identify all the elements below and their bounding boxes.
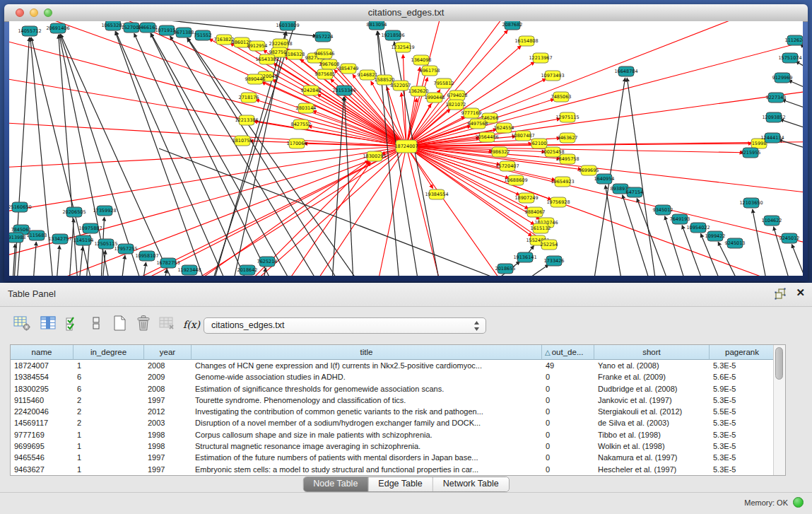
table-row[interactable]: 977716911998Corpus callosum shape and si… xyxy=(11,429,775,440)
table-cell: 9463627 xyxy=(11,464,73,475)
graph-node-label: 15720407 xyxy=(495,163,519,169)
column-header-out_de[interactable]: △out_de... xyxy=(542,345,594,360)
tab-network-table[interactable]: Network Table xyxy=(433,477,509,491)
graph-node-label: 1104622 xyxy=(762,218,782,223)
graph-node-label: 16543382 xyxy=(255,57,278,62)
table-row[interactable]: 969969511998Structural magnetic resonanc… xyxy=(11,440,775,452)
table-cell: Disruption of a novel member of a sodium… xyxy=(192,417,542,428)
column-header-name[interactable]: name xyxy=(11,345,73,360)
graph-node-label: 16648784 xyxy=(614,69,637,74)
graph-node-label: 9463627 xyxy=(558,135,578,141)
table-cell: 2008 xyxy=(144,360,192,371)
graph-node-label: 9129969 xyxy=(772,75,793,81)
column-header-title[interactable]: title xyxy=(192,345,542,360)
select-all-check-icon[interactable] xyxy=(62,314,83,337)
table-row[interactable]: 946362711997Embryonic stem cells: a mode… xyxy=(11,464,775,475)
table-cell: 18724007 xyxy=(11,360,73,371)
graph-node-label: 14055712 xyxy=(18,28,41,34)
column-header-label: name xyxy=(32,348,52,356)
tab-node-table[interactable]: Node Table xyxy=(303,477,368,491)
graph-node-label: 7857224 xyxy=(313,34,334,40)
graph-node-label: 25160650 xyxy=(9,204,32,210)
graph-node-label: 10958107 xyxy=(135,253,158,259)
table-cell: Nakamura et al. (1997) xyxy=(594,452,710,463)
column-header-label: in_degree xyxy=(90,348,126,356)
network-canvas[interactable]: 1405571220691406106532871527002946616110… xyxy=(9,21,803,276)
table-settings-icon[interactable] xyxy=(11,314,33,337)
table-cell: 2 xyxy=(73,395,144,406)
network-view-window: citations_edges.txt 14055712206914061065… xyxy=(4,4,808,281)
table-row[interactable]: 1830029562008Estimation of significance … xyxy=(11,383,775,395)
new-document-icon[interactable] xyxy=(109,314,130,337)
graph-node-label: 7986322 xyxy=(490,149,510,155)
column-select-icon[interactable] xyxy=(37,314,59,337)
scrollbar-thumb[interactable] xyxy=(775,347,783,380)
table-cell: 5.3E-5 xyxy=(710,417,775,428)
graph-node-label: 9465546 xyxy=(314,51,335,57)
graph-node-label: 8813054 xyxy=(367,22,387,28)
table-cell: Embryonic stem cells: a model to study s… xyxy=(192,464,542,475)
graph-node-label: 10807487 xyxy=(511,133,534,139)
table-body[interactable]: 1872400712008Changes of HCN gene express… xyxy=(11,360,775,475)
graph-node-label: 62100 xyxy=(532,141,547,146)
column-header-in_degree[interactable]: in_degree xyxy=(73,345,144,360)
column-header-pagerank[interactable]: pagerank xyxy=(710,345,775,360)
table-cell: 9465546 xyxy=(11,452,73,463)
delete-trash-icon[interactable] xyxy=(133,314,154,337)
table-cell: 5.9E-5 xyxy=(710,383,775,395)
graph-node-label: 20564486 xyxy=(475,134,498,140)
table-cell: 2009 xyxy=(144,371,192,382)
graph-node-label: 8186328 xyxy=(285,52,305,57)
graph-node-label: 12975115 xyxy=(555,115,579,120)
graph-node-label: 6794028 xyxy=(447,93,468,98)
table-cell: 2003 xyxy=(144,417,192,428)
table-row[interactable]: 911546021997Tourette syndrome. Phenomeno… xyxy=(11,395,775,406)
table-row[interactable]: 1872400712008Changes of HCN gene express… xyxy=(11,360,775,371)
function-builder-icon[interactable]: f(x) xyxy=(181,314,202,337)
table-row[interactable]: 1938455462009Genome-wide association stu… xyxy=(11,371,775,382)
table-selector-combo[interactable]: citations_edges.txt xyxy=(204,317,486,334)
window-title: citations_edges.txt xyxy=(4,7,808,18)
graph-node-label: 1810755 xyxy=(233,138,253,144)
table-cell: 5.5E-5 xyxy=(710,406,775,417)
table-row[interactable]: 946554611997Estimation of the future num… xyxy=(11,452,775,463)
close-panel-icon[interactable]: ✕ xyxy=(796,286,805,299)
graph-node-label: 2803144 xyxy=(296,105,317,111)
table-cell: Tourette syndrome. Phenomenology and cla… xyxy=(192,395,542,406)
table-row[interactable]: 2242004622012Investigating the contribut… xyxy=(11,406,775,417)
table-header-row[interactable]: namein_degreeyeartitle△out_de...shortpag… xyxy=(11,345,775,360)
table-cell: 49 xyxy=(542,360,594,371)
graph-node-label: 10975887 xyxy=(78,226,102,231)
table-cell: 0 xyxy=(542,452,594,463)
graph-node-label: 6961758 xyxy=(420,68,440,74)
tab-edge-table[interactable]: Edge Table xyxy=(368,477,433,491)
graph-node-label: 1640954 xyxy=(594,176,615,182)
graph-node-label: 8912954 xyxy=(247,43,268,49)
table-cell: 0 xyxy=(542,464,594,475)
table-cell: 1 xyxy=(73,440,144,452)
graph-node-label: 2718176 xyxy=(239,95,259,100)
rows-toggle-icon[interactable] xyxy=(86,314,107,337)
graph-node-label: 1170064 xyxy=(287,141,307,146)
graph-node-label: 9245013 xyxy=(725,240,746,246)
graph-node-label: 2018655 xyxy=(495,266,516,271)
float-panel-icon[interactable] xyxy=(774,288,787,300)
graph-node-label: 1145194 xyxy=(73,238,94,243)
network-graph[interactable]: 1405571220691406106532871527002946616110… xyxy=(9,21,803,276)
node-table[interactable]: namein_degreeyeartitle△out_de...shortpag… xyxy=(10,344,786,476)
column-header-short[interactable]: short xyxy=(594,345,710,360)
graph-node-label: 9777169 xyxy=(461,110,482,116)
graph-node-label: 12103650 xyxy=(739,200,763,206)
table-cell: 9699695 xyxy=(11,440,73,452)
graph-node-label: 18907249 xyxy=(514,195,538,201)
window-titlebar[interactable]: citations_edges.txt xyxy=(4,4,808,22)
graph-node-label: 9875685 xyxy=(315,71,336,77)
column-header-year[interactable]: year xyxy=(144,345,192,360)
table-cell: Wolkin et al. (1998) xyxy=(594,440,710,452)
graph-node-label: 1588520 xyxy=(375,77,395,83)
table-row[interactable]: 1456911722003Disruption of a novel membe… xyxy=(11,417,775,428)
table-scrollbar[interactable] xyxy=(773,345,785,475)
graph-node-label: 2018642 xyxy=(237,267,258,273)
memory-ok-icon xyxy=(793,497,804,508)
table-cell: 2012 xyxy=(144,406,192,417)
